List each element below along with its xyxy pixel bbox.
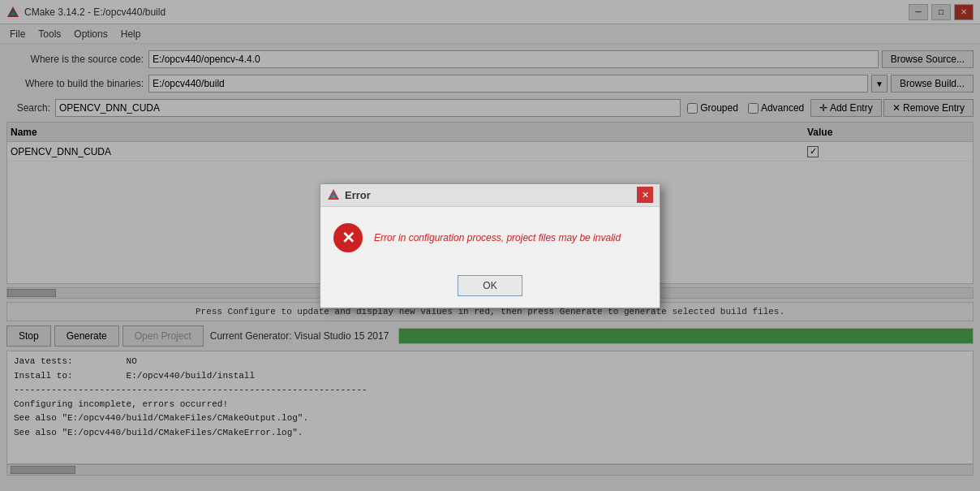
error-dialog: Error ✕ ✕ Error in configuration process… (320, 183, 660, 308)
modal-ok-button[interactable]: OK (458, 275, 522, 296)
modal-title-bar: Error ✕ (320, 184, 660, 207)
modal-body: ✕ Error in configuration process, projec… (320, 207, 660, 269)
modal-overlay: Error ✕ ✕ Error in configuration process… (0, 0, 980, 491)
modal-message: Error in configuration process, project … (374, 232, 621, 243)
modal-close-button[interactable]: ✕ (637, 187, 653, 203)
modal-title-text: Error (345, 189, 371, 201)
modal-footer: OK (320, 269, 660, 308)
error-icon: ✕ (333, 223, 363, 252)
modal-cmake-logo-icon (327, 188, 340, 201)
